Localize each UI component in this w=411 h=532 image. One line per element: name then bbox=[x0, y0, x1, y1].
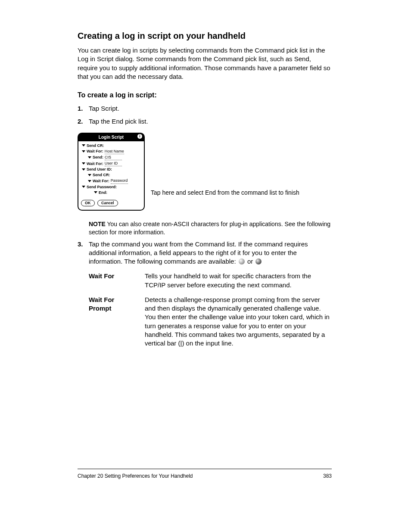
script-command-label[interactable]: Send CR: bbox=[93, 172, 110, 177]
step-2: Tap the End pick list. bbox=[78, 117, 332, 126]
note: NOTE You can also create non-ASCII chara… bbox=[89, 220, 332, 236]
dialog-titlebar: Login Script i bbox=[78, 134, 144, 141]
dropdown-triangle-icon[interactable] bbox=[88, 174, 91, 176]
script-row: Send CR: bbox=[80, 172, 142, 177]
cmd-waitfor-desc: Tells your handheld to wait for specific… bbox=[145, 272, 332, 289]
dropdown-triangle-icon[interactable] bbox=[94, 191, 97, 193]
script-command-label[interactable]: Wait For: bbox=[87, 161, 103, 166]
dropdown-triangle-icon[interactable] bbox=[88, 180, 91, 182]
page-heading: Creating a log in script on your handhel… bbox=[78, 30, 332, 42]
dropdown-triangle-icon[interactable] bbox=[82, 162, 85, 165]
script-command-label[interactable]: Send User ID: bbox=[87, 167, 112, 172]
cmd-waitprompt-name: Wait For Prompt bbox=[89, 296, 136, 348]
script-command-value[interactable]: Password bbox=[111, 178, 128, 184]
step-3-text: Tap the command you want from the Comman… bbox=[89, 240, 308, 265]
script-command-value[interactable]: User ID bbox=[105, 161, 122, 166]
info-icon[interactable]: i bbox=[137, 134, 142, 139]
nav-up-icon bbox=[239, 258, 245, 264]
script-row: Send Password: bbox=[80, 184, 142, 190]
dropdown-triangle-icon[interactable] bbox=[82, 144, 85, 146]
footer-rule bbox=[78, 469, 332, 469]
script-command-label[interactable]: Wait For: bbox=[93, 178, 109, 184]
note-label: NOTE bbox=[89, 221, 106, 227]
script-command-value[interactable]: CIS bbox=[105, 155, 122, 160]
cancel-button[interactable]: Cancel bbox=[97, 200, 118, 206]
procedure-heading: To create a log in script: bbox=[78, 90, 332, 100]
cmd-waitfor-name: Wait For bbox=[89, 272, 136, 289]
script-row: End: bbox=[80, 190, 142, 195]
script-row: Send User ID: bbox=[80, 167, 142, 172]
script-row: Send:CIS bbox=[80, 155, 142, 160]
dropdown-triangle-icon[interactable] bbox=[82, 150, 85, 152]
cmd-waitprompt-desc: Detects a challenge-response prompt comi… bbox=[145, 296, 332, 348]
script-command-label[interactable]: End: bbox=[99, 190, 107, 195]
intro-paragraph: You can create log in scripts by selecti… bbox=[78, 46, 332, 81]
script-row: Wait For:User ID bbox=[80, 161, 142, 166]
script-command-label[interactable]: Send Password: bbox=[87, 184, 117, 190]
step-1: Tap Script. bbox=[78, 104, 332, 113]
nav-down-icon bbox=[255, 258, 262, 264]
ok-button[interactable]: OK bbox=[81, 200, 95, 206]
script-row: Wait For:Host Name bbox=[80, 149, 142, 154]
note-text: You can also create non-ASCII characters… bbox=[89, 221, 330, 236]
script-row: Wait For:Password bbox=[80, 178, 142, 184]
script-row: Send CR: bbox=[80, 143, 142, 148]
step-3: Tap the command you want from the Comman… bbox=[78, 240, 332, 266]
script-command-label[interactable]: Send CR: bbox=[87, 143, 104, 148]
script-command-value[interactable]: Host Name bbox=[105, 149, 124, 154]
figure-caption: Tap here and select End from the command… bbox=[151, 133, 332, 197]
footer-chapter: Chapter 20 Setting Preferences for Your … bbox=[78, 473, 193, 479]
script-rows: Send CR:Wait For:Host NameSend:CISWait F… bbox=[78, 141, 144, 195]
script-command-label[interactable]: Wait For: bbox=[87, 149, 103, 154]
login-script-dialog: Login Script i Send CR:Wait For:Host Nam… bbox=[78, 133, 145, 211]
dialog-title: Login Script bbox=[99, 135, 124, 140]
dropdown-triangle-icon[interactable] bbox=[88, 156, 91, 159]
footer-page-number: 383 bbox=[323, 473, 332, 479]
script-command-label[interactable]: Send: bbox=[93, 155, 103, 160]
dropdown-triangle-icon[interactable] bbox=[82, 168, 85, 171]
dropdown-triangle-icon[interactable] bbox=[82, 186, 85, 188]
